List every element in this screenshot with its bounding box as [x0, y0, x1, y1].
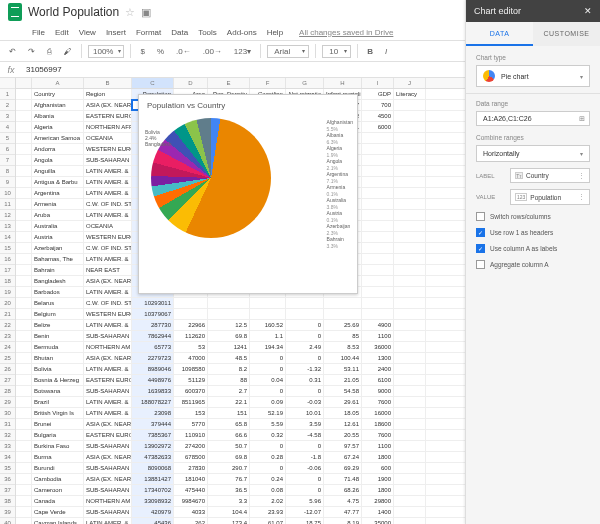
cell[interactable]: Angola — [32, 155, 84, 165]
col-header[interactable] — [16, 78, 32, 88]
cell[interactable]: 52.19 — [250, 408, 286, 418]
cell[interactable] — [394, 199, 426, 209]
cell[interactable]: 2400 — [362, 364, 394, 374]
increase-decimal[interactable]: .00→ — [200, 45, 225, 58]
cell[interactable]: 65773 — [132, 342, 174, 352]
cell[interactable]: 18.75 — [286, 518, 324, 524]
cell[interactable]: 1100 — [362, 441, 394, 451]
cell[interactable]: 9000 — [362, 386, 394, 396]
cell[interactable]: 8989046 — [132, 364, 174, 374]
font-size-select[interactable]: 10 — [322, 45, 351, 58]
decrease-decimal[interactable]: .0← — [173, 45, 194, 58]
cell[interactable]: LATIN AMER. & — [84, 518, 132, 524]
cell[interactable]: 65.8 — [208, 419, 250, 429]
grid-icon[interactable]: ⊞ — [579, 115, 585, 123]
cell[interactable]: 10293011 — [132, 298, 174, 308]
cell[interactable]: SUB-SAHARAN — [84, 485, 132, 495]
cell[interactable]: 35000 — [362, 518, 394, 524]
cell[interactable] — [394, 287, 426, 297]
cell[interactable]: 274200 — [174, 441, 208, 451]
cell[interactable] — [394, 518, 426, 524]
cell[interactable]: Antigua & Barbu — [32, 177, 84, 187]
cell[interactable] — [324, 309, 362, 319]
cell[interactable] — [394, 177, 426, 187]
cell[interactable] — [394, 452, 426, 462]
cell[interactable]: 475440 — [174, 485, 208, 495]
cell[interactable] — [362, 177, 394, 187]
row-header[interactable]: 25 — [0, 353, 15, 364]
cell[interactable] — [394, 375, 426, 385]
cell[interactable]: Cameroon — [32, 485, 84, 495]
row-header[interactable]: 34 — [0, 452, 15, 463]
cell[interactable]: ASIA (EX. NEAR — [84, 474, 132, 484]
cell[interactable]: Australia — [32, 221, 84, 231]
cell[interactable]: OCEANIA — [84, 133, 132, 143]
cell[interactable]: 9984670 — [174, 496, 208, 506]
cell[interactable]: Barbados — [32, 287, 84, 297]
cell[interactable]: ASIA (EX. NEAR — [84, 353, 132, 363]
cell[interactable]: 1900 — [362, 474, 394, 484]
menu-tools[interactable]: Tools — [198, 28, 217, 37]
cell[interactable]: ASIA (EX. NEAR — [84, 419, 132, 429]
cell[interactable]: 0.31 — [286, 375, 324, 385]
cell[interactable] — [174, 309, 208, 319]
cell[interactable] — [362, 265, 394, 275]
cell[interactable]: 27830 — [174, 463, 208, 473]
row-header[interactable]: 20 — [0, 298, 15, 309]
cell[interactable]: 287730 — [132, 320, 174, 330]
cell[interactable]: Bahrain — [32, 265, 84, 275]
header-cell[interactable]: Literacy — [394, 89, 426, 99]
cell[interactable]: 16000 — [362, 408, 394, 418]
header-cell[interactable]: GDP — [362, 89, 394, 99]
row-header[interactable]: 40 — [0, 518, 15, 524]
row-header[interactable]: 10 — [0, 188, 15, 199]
cell[interactable]: 12.5 — [208, 320, 250, 330]
print-button[interactable]: ⎙ — [44, 45, 55, 58]
cell[interactable]: Aruba — [32, 210, 84, 220]
cell[interactable] — [250, 309, 286, 319]
cell[interactable]: 173.4 — [208, 518, 250, 524]
col-header[interactable]: D — [174, 78, 208, 88]
combine-ranges-select[interactable]: Horizontally — [476, 145, 590, 162]
cell[interactable]: 1800 — [362, 485, 394, 495]
cell[interactable]: OCEANIA — [84, 221, 132, 231]
cell[interactable] — [394, 144, 426, 154]
row-header[interactable]: 18 — [0, 276, 15, 287]
cell[interactable]: WESTERN EURO — [84, 309, 132, 319]
row-header[interactable]: 2 — [0, 100, 15, 111]
cell[interactable] — [208, 298, 250, 308]
col-header[interactable]: G — [286, 78, 324, 88]
cell[interactable]: Burkina Faso — [32, 441, 84, 451]
cell[interactable]: 68.26 — [324, 485, 362, 495]
cell[interactable]: Anguilla — [32, 166, 84, 176]
cell[interactable]: 18.05 — [324, 408, 362, 418]
cell[interactable]: 47.77 — [324, 507, 362, 517]
cell[interactable]: 112620 — [174, 331, 208, 341]
cell[interactable] — [362, 243, 394, 253]
cell[interactable]: 194.34 — [250, 342, 286, 352]
cell[interactable]: 3.3 — [208, 496, 250, 506]
cell[interactable]: Bangladesh — [32, 276, 84, 286]
cell[interactable]: Benin — [32, 331, 84, 341]
cell[interactable]: LATIN AMER. & — [84, 364, 132, 374]
cell[interactable]: Argentina — [32, 188, 84, 198]
cell[interactable]: 8.53 — [324, 342, 362, 352]
cell[interactable]: 97.57 — [324, 441, 362, 451]
col-header[interactable]: B — [84, 78, 132, 88]
row-header[interactable]: 16 — [0, 254, 15, 265]
cell[interactable]: Burma — [32, 452, 84, 462]
row-header[interactable]: 17 — [0, 265, 15, 276]
cell[interactable] — [394, 496, 426, 506]
cell[interactable]: 8.2 — [208, 364, 250, 374]
cell[interactable]: Bosnia & Herzeg — [32, 375, 84, 385]
cell[interactable]: 66.6 — [208, 430, 250, 440]
cell[interactable]: LATIN AMER. & — [84, 254, 132, 264]
cell[interactable] — [394, 122, 426, 132]
cell[interactable]: Bulgaria — [32, 430, 84, 440]
cell[interactable]: 0.08 — [250, 485, 286, 495]
row-header[interactable]: 5 — [0, 133, 15, 144]
cell[interactable]: 1100 — [362, 331, 394, 341]
cell[interactable]: Afghanistan — [32, 100, 84, 110]
cell[interactable]: WESTERN EURO — [84, 232, 132, 242]
row-header[interactable]: 36 — [0, 474, 15, 485]
